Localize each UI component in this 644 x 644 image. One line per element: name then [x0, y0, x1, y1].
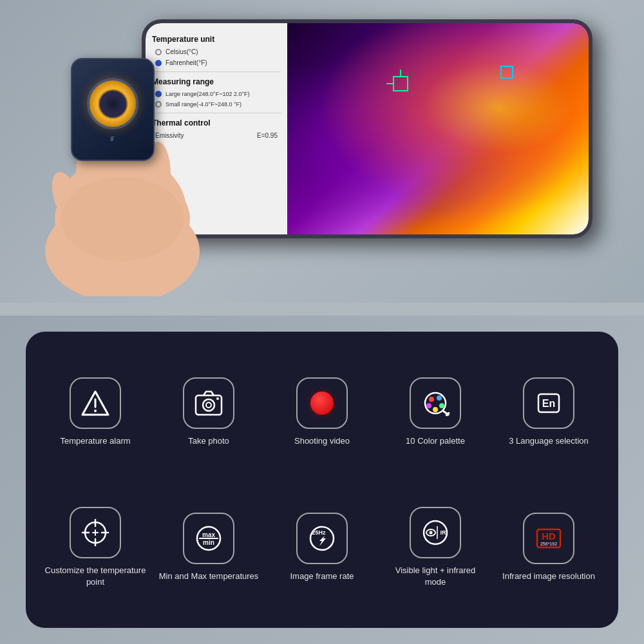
language-selection-icon-circle: En	[523, 377, 574, 429]
temperature-alarm-icon-circle	[70, 377, 121, 429]
shooting-video-label: Shooting video	[294, 435, 350, 447]
thermal-device: g	[71, 58, 155, 161]
svg-point-15	[216, 397, 219, 400]
lightning-icon: 25Hz	[307, 523, 337, 554]
temperature-alarm-label: Temperature alarm	[60, 435, 130, 447]
hd-resolution-icon-circle: HD 256*192	[523, 513, 574, 564]
svg-text:256*192: 256*192	[540, 542, 557, 546]
svg-point-8	[61, 177, 184, 261]
shooting-video-icon-circle	[296, 377, 348, 429]
device-lens-outer	[87, 78, 138, 129]
svg-text:min: min	[203, 539, 214, 546]
svg-point-11	[94, 410, 97, 412]
palette-icon	[420, 388, 451, 419]
record-dot-icon	[310, 392, 334, 415]
svg-point-18	[437, 395, 442, 401]
frame-rate-label: Image frame rate	[290, 571, 354, 582]
svg-point-40	[430, 531, 433, 534]
visible-light-icon-circle: IR	[410, 507, 461, 558]
features-card: Temperature alarm Take photo	[26, 332, 618, 628]
warning-icon	[80, 388, 111, 419]
language-icon: En	[533, 388, 564, 419]
celsius-radio[interactable]	[155, 49, 162, 55]
temp-unit-title: Temperature unit	[152, 35, 281, 44]
svg-text:En: En	[542, 398, 555, 409]
crosshair-plus-icon	[80, 517, 111, 548]
feature-frame-rate: 25Hz Image frame rate	[270, 513, 374, 582]
crosshair-secondary	[500, 66, 513, 79]
celsius-option[interactable]: Celsius(°C)	[152, 46, 281, 57]
top-section: g	[0, 0, 644, 303]
emissivity-value: E=0.95	[257, 132, 278, 139]
minmax-icon: max min	[193, 523, 224, 554]
svg-text:HD: HD	[542, 531, 556, 542]
fahrenheit-radio[interactable]	[155, 60, 162, 66]
visible-light-label: Visible light + infrared mode	[384, 565, 487, 588]
feature-shooting-video: Shooting video	[270, 377, 374, 447]
camera-icon	[193, 388, 224, 419]
min-max-label: Min and Max temperatures	[159, 571, 259, 582]
take-photo-icon-circle	[183, 377, 234, 429]
take-photo-label: Take photo	[188, 435, 229, 447]
language-selection-label: 3 Language selection	[509, 435, 589, 447]
hd-resolution-label: Infrared image resolution	[502, 571, 595, 582]
thermal-image	[287, 23, 589, 234]
feature-temperature-alarm: Temperature alarm	[44, 377, 147, 447]
frame-rate-icon-circle: 25Hz	[296, 513, 348, 564]
crosshair-primary	[393, 76, 408, 91]
svg-text:max: max	[202, 531, 215, 538]
feature-customize-temp: Customize the temperature point	[44, 507, 147, 588]
features-row-1: Temperature alarm Take photo	[39, 351, 605, 473]
svg-point-21	[426, 403, 431, 408]
feature-take-photo: Take photo	[157, 377, 260, 447]
fahrenheit-option[interactable]: Fahrenheit(°F)	[152, 57, 281, 68]
hd-icon: HD 256*192	[533, 523, 564, 554]
feature-min-max: max min Min and Max temperatures	[157, 513, 260, 582]
min-max-icon-circle: max min	[183, 513, 234, 564]
svg-text:IR: IR	[440, 529, 447, 536]
svg-point-13	[203, 399, 214, 411]
thermal-overlay	[287, 23, 589, 234]
svg-text:25Hz: 25Hz	[312, 529, 326, 536]
device-label: g	[110, 135, 115, 141]
svg-point-17	[429, 397, 434, 402]
hand-device-container: g	[32, 6, 612, 296]
feature-visible-light: IR Visible light + infrared mode	[384, 507, 487, 588]
feature-color-palette: 10 Color palette	[384, 377, 487, 447]
feature-hd-resolution: HD 256*192 Infrared image resolution	[497, 513, 600, 582]
customize-temp-label: Customize the temperature point	[44, 565, 147, 588]
svg-point-20	[433, 407, 438, 412]
device-lens-inner	[99, 90, 128, 118]
color-palette-icon-circle	[410, 377, 461, 429]
features-row-2: Customize the temperature point max min …	[39, 486, 605, 609]
color-palette-label: 10 Color palette	[406, 435, 465, 447]
bottom-section: Temperature alarm Take photo	[0, 316, 644, 644]
customize-temp-icon-circle	[70, 507, 121, 558]
eye-ir-icon: IR	[420, 517, 451, 548]
svg-point-19	[439, 403, 444, 408]
svg-point-14	[206, 402, 211, 408]
feature-language-selection: En 3 Language selection	[497, 377, 600, 447]
